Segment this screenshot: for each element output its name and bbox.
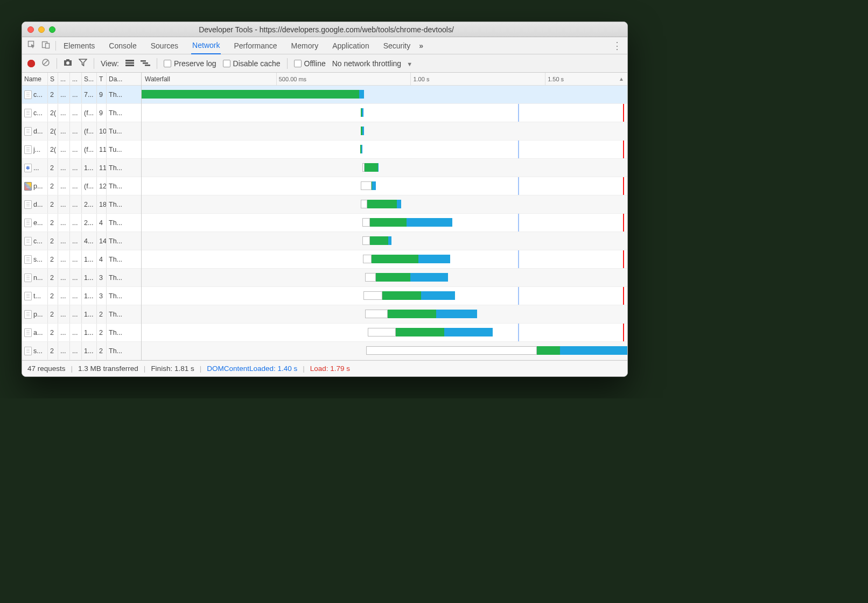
request-row[interactable]: s...2......1...4Th... xyxy=(22,250,141,269)
tab-network[interactable]: Network xyxy=(191,37,221,54)
file-icon xyxy=(24,347,32,355)
tab-performance[interactable]: Performance xyxy=(233,38,278,54)
col-status[interactable]: S xyxy=(48,73,58,85)
request-row[interactable]: e...2......2...4Th... xyxy=(22,214,141,232)
sort-asc-icon: ▲ xyxy=(619,76,624,82)
waterfall-row[interactable] xyxy=(142,269,627,287)
time-tick: 1.50 s xyxy=(545,73,564,85)
file-icon xyxy=(24,127,32,136)
col-initiator[interactable]: ... xyxy=(70,73,82,85)
file-icon xyxy=(24,219,32,227)
time-tick: 1.00 s xyxy=(410,73,429,85)
col-date[interactable]: Da... xyxy=(107,73,141,85)
svg-rect-10 xyxy=(125,65,134,66)
status-bar: 47 requests | 1.3 MB transferred | Finis… xyxy=(22,360,627,376)
waterfall-row[interactable] xyxy=(142,287,627,305)
more-tabs-icon[interactable]: » xyxy=(419,41,423,50)
file-icon xyxy=(24,328,32,337)
throttle-select[interactable]: No network throttling ▼ xyxy=(332,59,412,68)
time-tick: 500.00 ms xyxy=(276,73,306,85)
file-icon xyxy=(24,200,32,209)
request-row[interactable]: d...2(......(f...10Tu... xyxy=(22,122,141,141)
col-time[interactable]: T xyxy=(97,73,107,85)
file-icon xyxy=(24,109,32,117)
col-waterfall[interactable]: Waterfall ▲ 500.00 ms1.00 s1.50 s xyxy=(142,73,627,86)
network-grid: Name S ... ... S... T Da... c...2......7… xyxy=(22,73,627,360)
col-type[interactable]: ... xyxy=(58,73,70,85)
request-row[interactable]: c...2(......(f...9Th... xyxy=(22,104,141,122)
request-row[interactable]: p...2......1...2Th... xyxy=(22,305,141,324)
status-transferred: 1.3 MB transferred xyxy=(78,364,138,373)
capture-screenshot-icon[interactable] xyxy=(64,59,72,68)
file-icon xyxy=(24,274,32,282)
waterfall-row[interactable] xyxy=(142,342,627,360)
waterfall-row[interactable] xyxy=(142,122,627,141)
request-row[interactable]: ...2......1...11Th... xyxy=(22,159,141,177)
svg-rect-6 xyxy=(66,59,69,61)
network-toolbar: View: Preserve log Disable cache Offline… xyxy=(22,54,627,73)
request-row[interactable]: c...2......7...9Th... xyxy=(22,86,141,104)
preserve-log-checkbox[interactable]: Preserve log xyxy=(164,59,216,68)
file-icon xyxy=(24,90,32,99)
request-row[interactable]: t...2......1...3Th... xyxy=(22,287,141,305)
disable-cache-checkbox[interactable]: Disable cache xyxy=(223,59,281,68)
tab-elements[interactable]: Elements xyxy=(62,38,96,54)
waterfall-row[interactable] xyxy=(142,104,627,122)
svg-rect-11 xyxy=(141,60,146,62)
menu-icon[interactable]: ⋮ xyxy=(612,40,622,52)
file-icon xyxy=(24,292,32,300)
record-icon[interactable] xyxy=(27,60,35,67)
waterfall-row[interactable] xyxy=(142,177,627,195)
file-icon xyxy=(24,164,32,172)
status-finish: Finish: 1.81 s xyxy=(151,364,194,373)
col-size[interactable]: S... xyxy=(82,73,97,85)
tab-sources[interactable]: Sources xyxy=(150,38,179,54)
file-icon xyxy=(24,255,32,264)
svg-point-7 xyxy=(66,61,69,65)
file-icon xyxy=(24,237,32,246)
file-icon xyxy=(24,182,32,191)
waterfall-row[interactable] xyxy=(142,305,627,324)
request-row[interactable]: p...2......(f...12Th... xyxy=(22,177,141,195)
tab-security[interactable]: Security xyxy=(382,38,412,54)
view-label: View: xyxy=(101,59,119,68)
svg-rect-8 xyxy=(125,60,134,61)
file-icon xyxy=(24,310,32,319)
waterfall-row[interactable] xyxy=(142,250,627,269)
waterfall-row[interactable] xyxy=(142,324,627,342)
waterfall-row[interactable] xyxy=(142,195,627,214)
svg-rect-12 xyxy=(143,62,148,64)
main-tabs: ElementsConsoleSourcesNetworkPerformance… xyxy=(22,37,627,54)
tab-console[interactable]: Console xyxy=(108,38,137,54)
clear-icon[interactable] xyxy=(41,58,50,68)
status-requests: 47 requests xyxy=(27,364,66,373)
tab-memory[interactable]: Memory xyxy=(290,38,320,54)
svg-rect-13 xyxy=(145,65,150,66)
device-toggle-icon[interactable] xyxy=(41,40,50,51)
svg-rect-2 xyxy=(46,44,50,48)
request-row[interactable]: c...2......4...14Th... xyxy=(22,232,141,250)
devtools-window: Developer Tools - https://developers.goo… xyxy=(22,22,628,377)
large-rows-icon[interactable] xyxy=(125,59,134,68)
request-row[interactable]: s...2......1...2Th... xyxy=(22,342,141,360)
svg-rect-9 xyxy=(125,62,134,64)
offline-checkbox[interactable]: Offline xyxy=(294,59,326,68)
waterfall-row[interactable] xyxy=(142,159,627,177)
svg-line-4 xyxy=(44,60,48,65)
tab-application[interactable]: Application xyxy=(331,38,370,54)
request-row[interactable]: n...2......1...3Th... xyxy=(22,269,141,287)
waterfall-row[interactable] xyxy=(142,214,627,232)
column-headers: Name S ... ... S... T Da... xyxy=(22,73,141,86)
file-icon xyxy=(24,145,32,154)
inspect-icon[interactable] xyxy=(27,40,36,51)
request-row[interactable]: d...2......2...18Th... xyxy=(22,195,141,214)
status-dcl: DOMContentLoaded: 1.40 s xyxy=(207,364,297,373)
waterfall-row[interactable] xyxy=(142,141,627,159)
request-row[interactable]: j...2(......(f...11Tu... xyxy=(22,141,141,159)
request-row[interactable]: a...2......1...2Th... xyxy=(22,324,141,342)
col-name[interactable]: Name xyxy=(22,73,48,85)
overview-icon[interactable] xyxy=(141,59,150,68)
waterfall-row[interactable] xyxy=(142,86,627,104)
filter-icon[interactable] xyxy=(79,59,87,68)
waterfall-row[interactable] xyxy=(142,232,627,250)
